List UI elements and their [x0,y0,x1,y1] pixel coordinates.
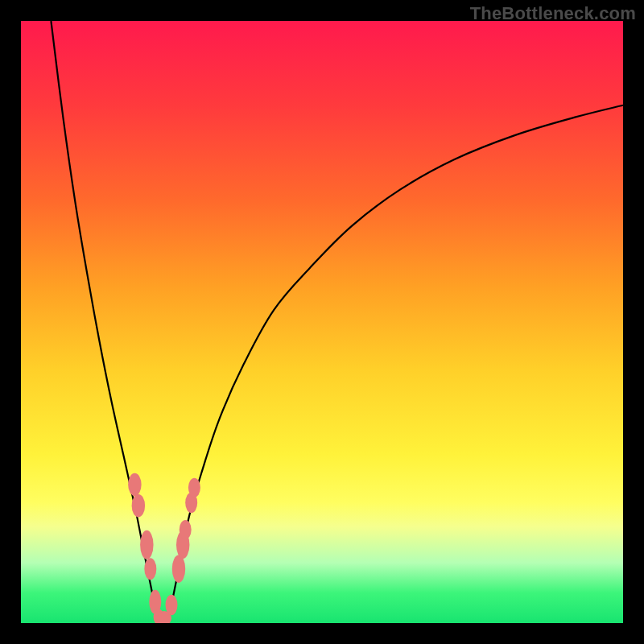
curve-right [168,105,623,623]
data-marker [128,473,141,496]
data-marker [144,558,156,580]
chart-frame: TheBottleneck.com [0,0,644,644]
data-marker [180,520,192,539]
watermark-text: TheBottleneck.com [470,3,636,24]
data-marker [140,530,153,559]
curve-layer [21,21,623,623]
data-marker [166,595,178,615]
data-marker [172,555,185,582]
data-marker [188,478,200,497]
plot-area [21,21,623,623]
marker-layer [128,473,200,623]
curve-left [51,21,158,623]
data-marker [132,494,145,517]
